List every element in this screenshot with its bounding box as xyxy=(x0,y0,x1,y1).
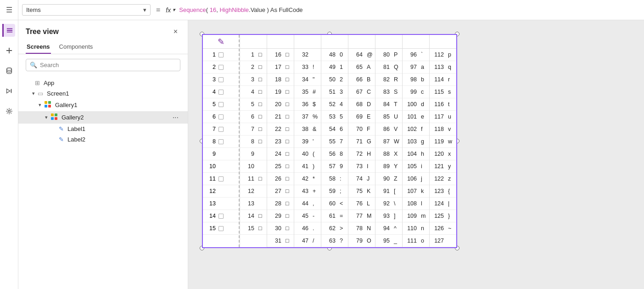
ascii-num: 71 xyxy=(348,138,365,145)
tree-close-button[interactable]: × xyxy=(171,27,180,37)
ascii-row: 86V xyxy=(375,123,402,136)
ascii-num: 127 xyxy=(430,238,446,244)
ascii-num: 19 xyxy=(267,89,284,95)
ascii-row: 98b xyxy=(403,74,429,86)
icon-bar-data[interactable] xyxy=(3,64,16,77)
icon-bar-settings[interactable] xyxy=(3,105,16,118)
ascii-row: 94^ xyxy=(375,222,402,235)
ascii-num: 108 xyxy=(403,200,419,207)
ascii-num: 9 xyxy=(240,151,257,157)
ascii-row: 10 xyxy=(240,160,267,173)
ascii-char: q xyxy=(446,64,456,70)
tree-item-screen1[interactable]: ▾ ▭ Screen1 xyxy=(18,88,188,99)
svg-point-5 xyxy=(6,68,11,70)
gallery2-options-button[interactable]: ··· xyxy=(171,113,180,122)
ascii-char: K xyxy=(365,188,375,194)
ascii-row: 68D xyxy=(348,98,375,111)
ascii-num: 65 xyxy=(348,64,365,70)
ascii-num: 118 xyxy=(430,126,446,132)
ascii-num: 67 xyxy=(348,89,365,95)
ascii-char: □ xyxy=(284,51,294,58)
checkbox-5 xyxy=(218,102,224,107)
ascii-num: 95 xyxy=(375,238,392,244)
tree-item-label1[interactable]: ✎ Label1 xyxy=(18,124,188,134)
ascii-num: 74 xyxy=(348,176,365,182)
ascii-char: w xyxy=(446,138,456,145)
tab-components[interactable]: Components xyxy=(58,40,94,54)
ascii-num: 21 xyxy=(267,113,284,120)
ascii-num: 80 xyxy=(375,51,392,58)
ascii-char: □ xyxy=(284,163,294,170)
ascii-row: 39' xyxy=(294,136,321,148)
ascii-num: 87 xyxy=(375,138,392,145)
tree-item-label-app: App xyxy=(44,79,180,86)
ascii-char: □ xyxy=(284,64,294,70)
ascii-num: 25 xyxy=(267,163,284,170)
icon-bar-plus[interactable] xyxy=(3,44,16,57)
ascii-row: 89Y xyxy=(375,160,402,173)
ascii-char: { xyxy=(446,188,456,194)
items-dropdown[interactable]: Items ▾ xyxy=(22,4,151,16)
ascii-row: 126~ xyxy=(430,222,456,235)
ascii-row: 75K xyxy=(348,185,375,198)
ascii-num: 20 xyxy=(267,101,284,108)
ascii-col-1: 16□17□18□19□20□21□22□23□24□25□26□27□28□2… xyxy=(267,35,294,247)
gallery-header-icon: ✎ xyxy=(203,35,239,49)
tree-item-label2[interactable]: ✎ Label2 xyxy=(18,134,188,145)
ascii-row: 47/ xyxy=(294,235,321,247)
ascii-num: 14 xyxy=(240,213,257,219)
ascii-row: 23□ xyxy=(267,136,294,148)
ascii-char: \ xyxy=(392,200,402,207)
icon-bar-media[interactable] xyxy=(3,85,16,97)
ascii-col-header-1 xyxy=(267,35,294,49)
ascii-char: k xyxy=(419,188,429,194)
ascii-row: 121y xyxy=(430,160,456,173)
ascii-char: ~ xyxy=(446,225,456,232)
ascii-num: 62 xyxy=(321,225,338,232)
ascii-num: 99 xyxy=(403,89,419,95)
ascii-num: 103 xyxy=(403,138,419,145)
ascii-row: 546 xyxy=(321,123,348,136)
tab-screens[interactable]: Screens xyxy=(26,40,51,54)
ascii-row: 66B xyxy=(348,74,375,86)
gallery-col-row-9: 9 xyxy=(203,148,239,160)
ascii-row: 45- xyxy=(294,210,321,222)
tree-item-gallery2[interactable]: ▾ Gallery2 ··· xyxy=(18,111,188,124)
ascii-num: 79 xyxy=(348,238,365,244)
ascii-num: 110 xyxy=(403,225,419,232)
ascii-char: & xyxy=(311,126,321,132)
ascii-char: □ xyxy=(284,213,294,219)
ascii-char: W xyxy=(392,138,402,145)
ascii-num: 15 xyxy=(240,225,257,232)
ascii-num: 63 xyxy=(321,238,338,244)
ascii-num: 18 xyxy=(267,76,284,83)
ascii-row: 99c xyxy=(403,86,429,98)
tree-item-app[interactable]: ⊞ App xyxy=(18,78,188,88)
ascii-col-header-6 xyxy=(403,35,429,49)
ascii-num: 59 xyxy=(321,188,338,194)
tree-item-label-label2: Label2 xyxy=(67,136,180,143)
ascii-char: ] xyxy=(392,213,402,219)
ascii-num: 116 xyxy=(430,101,446,108)
ascii-num: 27 xyxy=(267,188,284,194)
ascii-char: ( xyxy=(311,151,321,157)
ascii-row: 70F xyxy=(348,123,375,136)
search-box: 🔍 xyxy=(26,59,180,71)
ascii-num: 107 xyxy=(403,188,419,194)
ascii-char: J xyxy=(365,176,375,182)
ascii-char: □ xyxy=(284,138,294,145)
ascii-row: 9 xyxy=(240,148,267,160)
ascii-num: 56 xyxy=(321,151,338,157)
ascii-char: Q xyxy=(392,64,402,70)
hamburger-icon: ☰ xyxy=(6,6,12,14)
gallery-col-row-8: 8 xyxy=(203,136,239,148)
ascii-row: 119w xyxy=(430,136,456,148)
tree-item-gallery1[interactable]: ▾ Gallery1 xyxy=(18,99,188,111)
icon-bar-layers[interactable] xyxy=(2,24,15,37)
search-input[interactable] xyxy=(40,62,176,68)
ascii-char: 6 xyxy=(338,126,348,132)
fx-button[interactable]: fx ▾ xyxy=(166,6,175,14)
ascii-row: 34" xyxy=(294,74,321,86)
ascii-num: 88 xyxy=(375,151,392,157)
ascii-num: 48 xyxy=(321,51,338,58)
